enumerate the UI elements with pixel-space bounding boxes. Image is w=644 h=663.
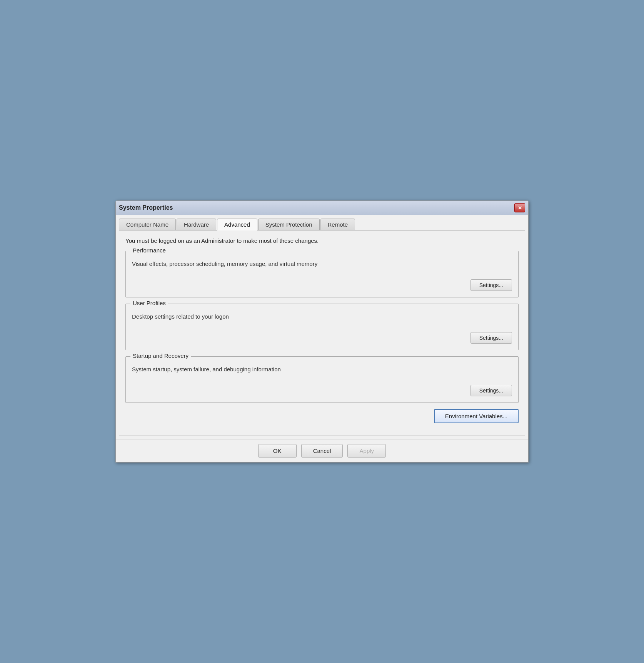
user-profiles-description: Desktop settings related to your logon: [132, 312, 512, 321]
startup-recovery-group: Startup and Recovery System startup, sys…: [125, 356, 519, 403]
tab-remote[interactable]: Remote: [320, 219, 355, 230]
tab-advanced[interactable]: Advanced: [217, 219, 257, 230]
environment-variables-button[interactable]: Environment Variables...: [434, 409, 519, 423]
main-panel: You must be logged on as an Administrato…: [119, 230, 525, 436]
performance-settings-row: Settings...: [132, 279, 512, 291]
user-profiles-settings-row: Settings...: [132, 332, 512, 344]
startup-recovery-description: System startup, system failure, and debu…: [132, 365, 512, 373]
tab-system-protection[interactable]: System Protection: [258, 219, 320, 230]
performance-group: Performance Visual effects, processor sc…: [125, 251, 519, 297]
performance-settings-button[interactable]: Settings...: [470, 279, 512, 291]
close-button[interactable]: ✕: [514, 203, 525, 212]
performance-legend: Performance: [130, 247, 168, 254]
startup-recovery-settings-row: Settings...: [132, 385, 512, 396]
tab-bar: Computer Name Hardware Advanced System P…: [116, 215, 528, 230]
ok-button[interactable]: OK: [258, 444, 297, 458]
startup-recovery-legend: Startup and Recovery: [130, 352, 191, 359]
apply-button[interactable]: Apply: [347, 444, 386, 458]
cancel-button[interactable]: Cancel: [301, 444, 343, 458]
system-properties-window: System Properties ✕ Computer Name Hardwa…: [115, 200, 529, 463]
tab-hardware[interactable]: Hardware: [177, 219, 216, 230]
user-profiles-legend: User Profiles: [130, 300, 168, 306]
env-variables-row: Environment Variables...: [125, 409, 519, 423]
user-profiles-group: User Profiles Desktop settings related t…: [125, 304, 519, 350]
startup-recovery-settings-button[interactable]: Settings...: [470, 385, 512, 396]
tab-computer-name[interactable]: Computer Name: [119, 219, 176, 230]
title-bar: System Properties ✕: [116, 201, 528, 215]
window-title: System Properties: [119, 204, 173, 211]
footer-buttons: OK Cancel Apply: [116, 439, 528, 462]
admin-notice: You must be logged on as an Administrato…: [125, 237, 519, 245]
user-profiles-settings-button[interactable]: Settings...: [470, 332, 512, 344]
performance-description: Visual effects, processor scheduling, me…: [132, 260, 512, 268]
